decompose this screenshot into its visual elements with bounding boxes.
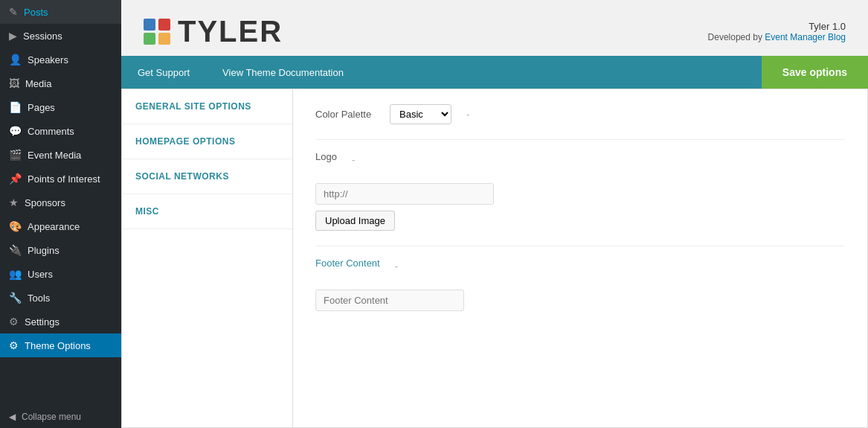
color-palette-label: Color Palette [315, 109, 382, 120]
color-palette-row: Color Palette Basic Dark Light Custom - [315, 104, 845, 124]
points-interest-icon: 📌 [9, 173, 22, 185]
sidebar-item-label: Event Media [28, 150, 81, 161]
sidebar-item-theme-options[interactable]: ⚙ Theme Options [0, 333, 121, 357]
speakers-icon: 👤 [9, 54, 22, 66]
sidebar-item-label: Comments [28, 126, 74, 137]
sidebar-item-label: Settings [25, 316, 60, 328]
sidebar-item-settings[interactable]: ⚙ Settings [0, 310, 121, 333]
page-header: TYLER Tyler 1.0 Developed by Event Manag… [121, 0, 868, 56]
collapse-menu[interactable]: ◀ Collapse menu [0, 406, 121, 428]
divider-1 [315, 139, 845, 140]
sidebar-item-media[interactable]: 🖼 Media [0, 71, 121, 95]
square-red [158, 19, 170, 31]
sidebar-item-sessions[interactable]: ▶ Sessions [0, 24, 121, 48]
plugins-icon: 🔌 [9, 244, 22, 256]
sidebar-item-speakers[interactable]: 👤 Speakers [0, 48, 121, 71]
square-green [144, 33, 155, 45]
sidebar-item-comments[interactable]: 💬 Comments [0, 119, 121, 143]
credit-text: Developed by Event Manager Blog [708, 32, 846, 42]
sponsors-icon: ★ [9, 197, 19, 208]
footer-label-row: Footer Content - [315, 258, 845, 275]
footer-content-input[interactable] [315, 290, 464, 311]
theme-title: TYLER [178, 15, 283, 48]
theme-logo: TYLER [144, 15, 283, 48]
theme-options-icon: ⚙ [9, 339, 19, 351]
nav-item-general[interactable]: GENERAL SITE OPTIONS [122, 89, 292, 124]
main-content: TYLER Tyler 1.0 Developed by Event Manag… [121, 0, 868, 428]
collapse-label: Collapse menu [22, 412, 81, 422]
posts-icon: ✎ [9, 6, 18, 18]
sidebar-item-label: Pages [28, 102, 55, 113]
sidebar-item-label: Users [28, 269, 53, 280]
square-blue [144, 19, 155, 31]
view-docs-button[interactable]: View Theme Documentation [206, 57, 360, 89]
sidebar-item-pages[interactable]: 📄 Pages [0, 95, 121, 119]
sidebar-item-label: Points of Interest [28, 173, 100, 185]
sidebar-item-label: Sponsors [25, 197, 65, 208]
footer-section: Footer Content - [315, 258, 845, 311]
content-area: GENERAL SITE OPTIONS HOMEPAGE OPTIONS SO… [121, 89, 868, 428]
sidebar-item-label: Posts [24, 7, 48, 18]
header-meta: Tyler 1.0 Developed by Event Manager Blo… [708, 21, 846, 42]
sidebar-item-label: Media [25, 78, 51, 89]
collapse-icon: ◀ [9, 412, 16, 422]
logo-url-input[interactable] [315, 183, 494, 205]
sidebar-item-posts[interactable]: ✎ Posts [0, 0, 121, 24]
sessions-icon: ▶ [9, 30, 17, 42]
sidebar-item-plugins[interactable]: 🔌 Plugins [0, 238, 121, 262]
sidebar-item-event-media[interactable]: 🎬 Event Media [0, 143, 121, 167]
dash-1: - [466, 109, 469, 120]
logo-label-row: Logo - [315, 151, 845, 168]
sidebar: ✎ Posts ▶ Sessions 👤 Speakers 🖼 Media 📄 … [0, 0, 121, 428]
event-media-icon: 🎬 [9, 149, 22, 161]
footer-content-label: Footer Content [315, 258, 380, 269]
options-nav: GENERAL SITE OPTIONS HOMEPAGE OPTIONS SO… [122, 89, 293, 427]
dash-3: - [395, 261, 398, 272]
square-orange [158, 33, 170, 45]
sidebar-item-label: Tools [28, 293, 50, 304]
options-panel: Color Palette Basic Dark Light Custom - … [293, 89, 867, 427]
media-icon: 🖼 [9, 77, 19, 89]
tyler-squares [144, 19, 170, 45]
nav-item-homepage[interactable]: HOMEPAGE OPTIONS [122, 124, 292, 159]
sidebar-item-label: Speakers [28, 54, 68, 66]
logo-label: Logo [315, 151, 337, 162]
color-palette-select[interactable]: Basic Dark Light Custom [390, 104, 451, 124]
sidebar-item-label: Sessions [23, 31, 62, 42]
sidebar-item-appearance[interactable]: 🎨 Appearance [0, 214, 121, 238]
sidebar-item-users[interactable]: 👥 Users [0, 262, 121, 286]
credit-link[interactable]: Event Manager Blog [765, 32, 846, 42]
logo-section: Logo - Upload Image [315, 151, 845, 231]
appearance-icon: 🎨 [9, 220, 22, 232]
sidebar-item-label: Plugins [28, 245, 60, 256]
users-icon: 👥 [9, 268, 22, 280]
nav-item-social[interactable]: SOCIAL NETWORKS [122, 159, 292, 194]
dash-2: - [352, 154, 355, 165]
sidebar-item-tools[interactable]: 🔧 Tools [0, 286, 121, 310]
sidebar-item-label: Appearance [28, 221, 80, 232]
tools-icon: 🔧 [9, 292, 22, 304]
pages-icon: 📄 [9, 101, 22, 113]
sidebar-item-label: Theme Options [25, 340, 91, 351]
nav-item-misc[interactable]: MISC [122, 194, 292, 229]
upload-image-button[interactable]: Upload Image [315, 211, 395, 231]
divider-2 [315, 246, 845, 246]
version-text: Tyler 1.0 [708, 21, 846, 32]
toolbar: Get Support View Theme Documentation Sav… [121, 56, 868, 89]
sidebar-item-points-interest[interactable]: 📌 Points of Interest [0, 167, 121, 191]
comments-icon: 💬 [9, 125, 22, 137]
get-support-button[interactable]: Get Support [121, 57, 206, 89]
sidebar-item-sponsors[interactable]: ★ Sponsors [0, 191, 121, 214]
save-options-button[interactable]: Save options [762, 56, 868, 89]
settings-icon: ⚙ [9, 316, 19, 328]
